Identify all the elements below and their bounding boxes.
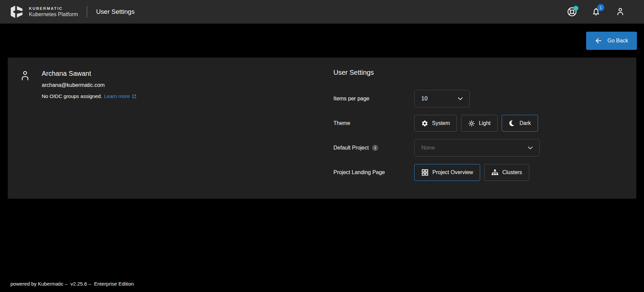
items-per-page-value: 10 <box>421 95 428 102</box>
page-title: User Settings <box>96 8 135 15</box>
go-back-button[interactable]: Go Back <box>586 32 637 50</box>
theme-options: System <box>414 115 538 132</box>
header-divider <box>87 6 87 18</box>
go-back-label: Go Back <box>607 38 628 44</box>
brand-name: KUBERMATIC <box>29 6 78 10</box>
external-link-icon <box>132 94 137 99</box>
items-per-page-select[interactable]: 10 <box>414 90 470 107</box>
page-toolbar: Go Back <box>0 24 644 58</box>
grid-icon <box>421 169 429 176</box>
info-icon[interactable]: i <box>372 145 378 151</box>
chevron-down-icon <box>528 146 533 150</box>
default-project-label: Default Project i <box>333 145 414 151</box>
default-project-value: None <box>421 144 435 151</box>
landing-page-options: Project Overview <box>414 164 529 181</box>
theme-light-label: Light <box>479 120 491 126</box>
header-actions: 1 <box>567 7 644 17</box>
default-project-label-text: Default Project <box>333 145 369 151</box>
notification-count-badge: 1 <box>597 4 604 11</box>
changelog-lifebuoy-icon[interactable] <box>567 7 577 17</box>
moon-icon <box>509 120 516 127</box>
items-per-page-label: Items per page <box>333 96 414 102</box>
user-settings-card: Archana Sawant archana@kubermatic.com No… <box>8 58 636 199</box>
landing-page-row: Project Landing Page Project Overview <box>333 164 540 181</box>
changelog-dot-badge <box>573 6 578 11</box>
learn-more-link[interactable]: Learn more <box>104 93 130 99</box>
arrow-back-icon <box>595 37 602 44</box>
default-project-row: Default Project i None <box>333 139 540 157</box>
profile-block: Archana Sawant archana@kubermatic.com No… <box>21 70 137 99</box>
landing-project-overview-button[interactable]: Project Overview <box>414 164 480 181</box>
brand-text: KUBERMATIC Kubernetes Platform <box>29 6 78 18</box>
oidc-groups-line: No OIDC groups assigned. Learn more <box>42 93 137 99</box>
chevron-down-icon <box>458 97 463 100</box>
profile-email: archana@kubermatic.com <box>42 82 137 88</box>
theme-system-button[interactable]: System <box>414 115 457 132</box>
landing-page-label: Project Landing Page <box>333 169 414 175</box>
sitemap-icon <box>491 169 499 176</box>
settings-title: User Settings <box>333 68 540 76</box>
landing-clusters-button[interactable]: Clusters <box>484 164 529 181</box>
landing-clusters-label: Clusters <box>502 169 522 175</box>
items-per-page-row: Items per page 10 <box>333 90 540 107</box>
settings-panel: User Settings Items per page 10 Theme <box>333 68 540 181</box>
sun-icon <box>468 120 475 127</box>
gear-icon <box>421 120 428 127</box>
user-menu-icon[interactable] <box>616 7 625 17</box>
profile-name: Archana Sawant <box>42 70 137 77</box>
kubermatic-logo-icon <box>9 4 24 19</box>
theme-dark-label: Dark <box>520 120 531 126</box>
brand-subtitle: Kubernetes Platform <box>29 11 78 18</box>
theme-light-button[interactable]: Light <box>461 115 498 132</box>
theme-row: Theme System <box>333 115 540 132</box>
default-project-select[interactable]: None <box>414 139 540 157</box>
theme-label: Theme <box>333 120 414 126</box>
notifications-bell-icon[interactable]: 1 <box>592 7 601 17</box>
theme-dark-button[interactable]: Dark <box>502 115 538 132</box>
footer-version-text: powered by Kubermatic – v2.25.6 – Enterp… <box>10 281 134 287</box>
oidc-text: No OIDC groups assigned. <box>42 93 102 99</box>
theme-system-label: System <box>432 120 450 126</box>
landing-project-overview-label: Project Overview <box>432 169 473 175</box>
top-navbar: KUBERMATIC Kubernetes Platform User Sett… <box>0 0 644 24</box>
person-icon <box>21 70 30 81</box>
